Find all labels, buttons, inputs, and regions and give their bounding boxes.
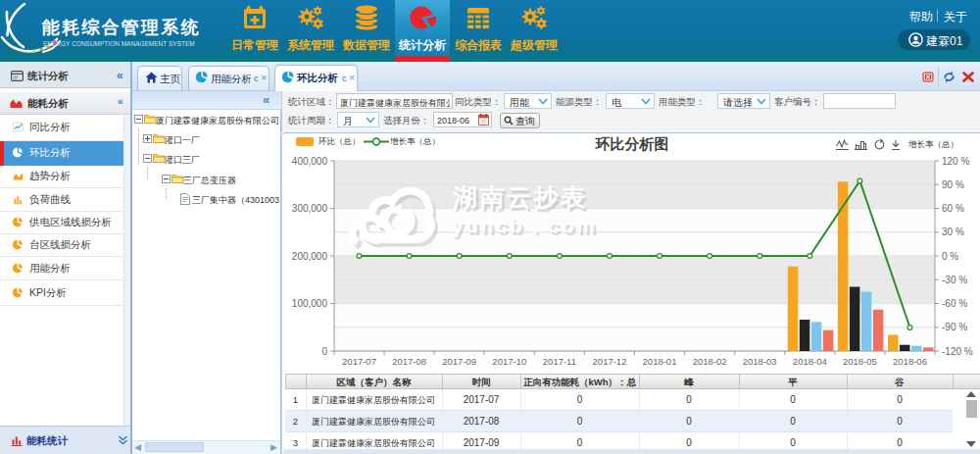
svg-text:200,000: 200,000 xyxy=(292,251,328,262)
svg-text:0 %: 0 % xyxy=(942,251,958,262)
svg-text:2017-12: 2017-12 xyxy=(593,356,627,367)
svg-text:-60 %: -60 % xyxy=(942,298,967,309)
svg-text:-30 %: -30 % xyxy=(942,275,967,285)
svg-text:300,000: 300,000 xyxy=(292,203,328,214)
svg-text:2018-06: 2018-06 xyxy=(893,356,927,367)
svg-text:2018-02: 2018-02 xyxy=(693,356,727,367)
svg-text:60 %: 60 % xyxy=(942,203,964,214)
svg-text:2017-10: 2017-10 xyxy=(492,356,526,367)
svg-text:-120 %: -120 % xyxy=(942,346,973,357)
svg-text:120 %: 120 % xyxy=(942,156,969,167)
svg-text:2018-03: 2018-03 xyxy=(743,356,777,367)
svg-text:2017-07: 2017-07 xyxy=(342,356,376,367)
svg-text:100,000: 100,000 xyxy=(292,298,328,309)
svg-text:0: 0 xyxy=(321,346,327,357)
svg-text:2018-04: 2018-04 xyxy=(793,356,827,367)
svg-text:-90 %: -90 % xyxy=(942,322,967,332)
svg-text:90 %: 90 % xyxy=(942,179,964,190)
svg-text:2018-01: 2018-01 xyxy=(643,356,677,367)
svg-text:yuncb．com: yuncb．com xyxy=(452,214,598,236)
svg-text:2017-08: 2017-08 xyxy=(392,356,426,367)
svg-text:400,000: 400,000 xyxy=(292,156,328,167)
svg-text:2017-09: 2017-09 xyxy=(442,356,476,367)
svg-text:2018-05: 2018-05 xyxy=(843,356,877,367)
svg-text:湖南云抄表: 湖南云抄表 xyxy=(452,183,588,211)
svg-text:30 %: 30 % xyxy=(942,227,964,237)
svg-text:2017-11: 2017-11 xyxy=(543,356,576,367)
